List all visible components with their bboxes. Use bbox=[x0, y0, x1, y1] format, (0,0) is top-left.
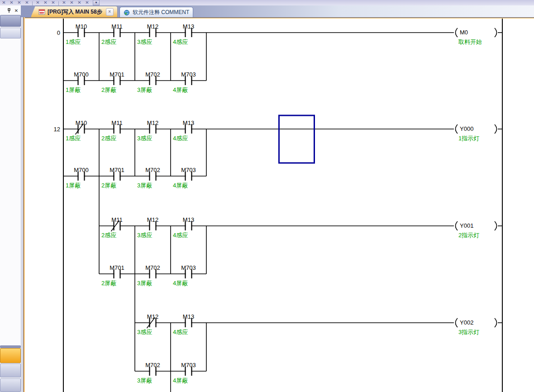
device-comment[interactable]: 3屏蔽 bbox=[137, 280, 152, 287]
device-comment[interactable]: 3屏蔽 bbox=[137, 182, 152, 189]
coil-Y000[interactable]: Y000 bbox=[460, 125, 473, 132]
device-comment[interactable]: 4屏蔽 bbox=[173, 280, 188, 287]
coil-paren[interactable] bbox=[495, 28, 497, 37]
device-label[interactable]: M10 bbox=[76, 23, 87, 30]
device-comment[interactable]: 4感应 bbox=[173, 329, 188, 335]
coil-paren[interactable] bbox=[456, 124, 458, 134]
device-label[interactable]: M701 bbox=[110, 264, 124, 271]
device-comment[interactable]: 4屏蔽 bbox=[173, 377, 188, 384]
device-comment[interactable]: 2感应 bbox=[101, 232, 116, 239]
device-comment[interactable]: 3感应 bbox=[137, 232, 152, 239]
device-label[interactable]: M12 bbox=[147, 216, 158, 223]
coil-paren[interactable] bbox=[456, 28, 458, 37]
device-label[interactable]: M703 bbox=[181, 362, 196, 368]
device-label[interactable]: M703 bbox=[181, 167, 196, 173]
device-label[interactable]: M13 bbox=[183, 23, 194, 30]
device-label[interactable]: M700 bbox=[74, 71, 89, 78]
device-comment[interactable]: 1感应 bbox=[66, 135, 81, 142]
device-label[interactable]: M12 bbox=[147, 120, 158, 126]
coil-M0[interactable]: M0 bbox=[460, 29, 468, 36]
gx-works2-window: ✕✕✕✕✕✕✕✕✕✕✕ ▾ ✕ [PRG bbox=[0, 0, 534, 392]
device-comment[interactable]: 4屏蔽 bbox=[173, 182, 188, 189]
device-comment[interactable]: 4屏蔽 bbox=[173, 86, 188, 93]
device-comment[interactable]: 1感应 bbox=[66, 38, 81, 45]
coil-paren[interactable] bbox=[495, 124, 497, 134]
coil-comment[interactable]: 2指示灯 bbox=[458, 232, 479, 239]
device-label[interactable]: M11 bbox=[111, 120, 122, 126]
device-label[interactable]: M700 bbox=[74, 167, 89, 173]
device-label[interactable]: M11 bbox=[111, 216, 122, 223]
device-label[interactable]: M701 bbox=[110, 167, 124, 173]
device-label[interactable]: M703 bbox=[181, 71, 196, 78]
step-number[interactable]: 12 bbox=[54, 126, 60, 133]
device-label[interactable]: M10 bbox=[76, 120, 87, 126]
device-label[interactable]: M702 bbox=[145, 264, 160, 271]
device-comment[interactable]: 2屏蔽 bbox=[101, 280, 116, 287]
coil-paren[interactable] bbox=[456, 318, 458, 327]
coil-comment[interactable]: 取料开始 bbox=[458, 38, 482, 45]
device-label[interactable]: M13 bbox=[183, 216, 194, 223]
coil-paren[interactable] bbox=[495, 221, 497, 230]
device-label[interactable]: M701 bbox=[110, 71, 124, 78]
device-comment[interactable]: 4感应 bbox=[173, 232, 188, 239]
device-comment[interactable]: 1屏蔽 bbox=[66, 86, 81, 93]
coil-Y001[interactable]: Y001 bbox=[460, 222, 473, 229]
device-comment[interactable]: 3屏蔽 bbox=[137, 86, 152, 93]
device-comment[interactable]: 2感应 bbox=[101, 38, 116, 45]
device-comment[interactable]: 3感应 bbox=[137, 38, 152, 45]
device-comment[interactable]: 2屏蔽 bbox=[101, 86, 116, 93]
step-number[interactable]: 0 bbox=[57, 29, 60, 36]
device-label[interactable]: M13 bbox=[183, 313, 194, 320]
device-label[interactable]: M12 bbox=[147, 23, 158, 30]
device-label[interactable]: M702 bbox=[145, 362, 160, 368]
device-label[interactable]: M13 bbox=[183, 120, 194, 126]
device-comment[interactable]: 3屏蔽 bbox=[137, 377, 152, 384]
device-comment[interactable]: 1屏蔽 bbox=[66, 182, 81, 189]
ladder-diagram[interactable]: 0M101感应M112感应M123感应M134感应M7001屏蔽M7012屏蔽M… bbox=[0, 0, 534, 392]
coil-paren[interactable] bbox=[456, 221, 458, 230]
device-comment[interactable]: 2屏蔽 bbox=[101, 182, 116, 189]
selection-cursor[interactable] bbox=[279, 115, 315, 163]
device-comment[interactable]: 4感应 bbox=[173, 135, 188, 142]
device-label[interactable]: M703 bbox=[181, 264, 196, 271]
device-label[interactable]: M12 bbox=[147, 313, 158, 320]
coil-Y002[interactable]: Y002 bbox=[460, 319, 473, 326]
device-label[interactable]: M11 bbox=[111, 23, 122, 30]
device-comment[interactable]: 3感应 bbox=[137, 329, 152, 335]
device-comment[interactable]: 2感应 bbox=[101, 135, 116, 142]
coil-paren[interactable] bbox=[495, 318, 497, 327]
device-label[interactable]: M702 bbox=[145, 71, 160, 78]
coil-comment[interactable]: 1指示灯 bbox=[458, 135, 479, 142]
device-label[interactable]: M702 bbox=[145, 167, 160, 173]
device-comment[interactable]: 4感应 bbox=[173, 38, 188, 45]
device-comment[interactable]: 3感应 bbox=[137, 135, 152, 142]
coil-comment[interactable]: 3指示灯 bbox=[458, 329, 479, 335]
